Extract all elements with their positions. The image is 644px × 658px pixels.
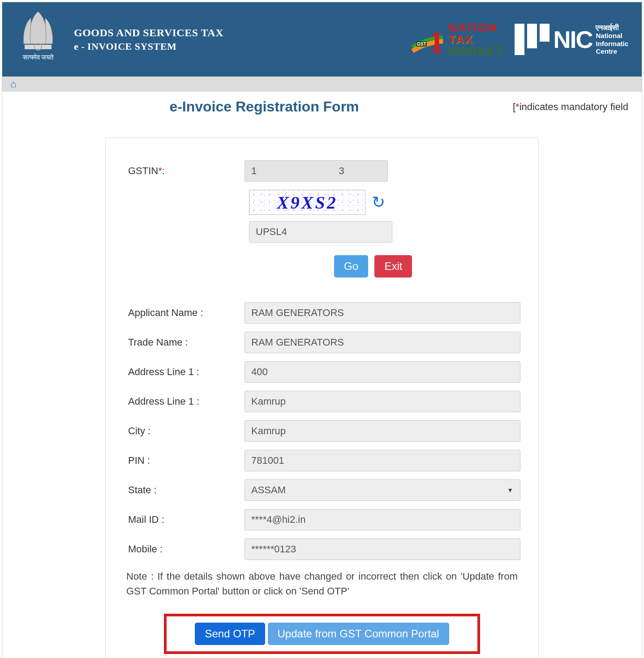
update-from-gst-button[interactable]: Update from GST Common Portal (268, 623, 449, 645)
ashoka-emblem-icon (20, 8, 56, 53)
title-bar: e-Invoice Registration Form [*indicates … (2, 92, 642, 115)
applicant-input[interactable] (245, 302, 520, 324)
row-applicant: Applicant Name : (124, 302, 520, 324)
gstin-input[interactable] (245, 160, 388, 182)
row-city: City : (124, 420, 520, 442)
row-captcha-image: X9XS2 ↻ (249, 190, 520, 215)
header-title: GOODS AND SERVICES TAX e - INVOICE SYSTE… (74, 26, 223, 53)
page-title: e-Invoice Registration Form (16, 98, 513, 115)
mandatory-star: * (515, 101, 519, 112)
row-captcha-input (249, 221, 520, 243)
nic-text-big: NIC (553, 26, 592, 53)
header-title-line2: e - INVOICE SYSTEM (74, 40, 223, 53)
nic-hindi: एनआईसी (596, 24, 628, 32)
row-go-exit: Go Exit (249, 255, 520, 278)
header-logos: 1 GST NATION TAX MARKET NIC (412, 21, 628, 57)
nic-en2: Informatic (596, 40, 628, 47)
ntm-nation: NATION (448, 22, 503, 34)
nic-bars-icon (515, 24, 550, 55)
nic-en3: Centre (596, 47, 628, 55)
note-text: Note : If the details shown above have c… (124, 569, 520, 598)
refresh-captcha-icon[interactable]: ↻ (372, 193, 385, 212)
svg-text:1: 1 (429, 25, 444, 57)
label-pin: PIN : (124, 455, 245, 466)
svg-text:GST: GST (417, 42, 426, 47)
city-input[interactable] (245, 420, 520, 442)
label-addr2: Address Line 1 : (124, 396, 245, 407)
row-addr1: Address Line 1 : (124, 361, 520, 383)
row-state: State : ▼ (124, 479, 520, 501)
mail-input[interactable] (245, 509, 520, 530)
go-button[interactable]: Go (334, 255, 368, 278)
pin-input[interactable] (245, 450, 520, 471)
label-trade: Trade Name : (124, 337, 245, 348)
label-gstin: GSTIN*: (124, 165, 245, 177)
state-select[interactable] (245, 479, 520, 501)
addr1-input[interactable] (245, 361, 520, 383)
action-highlight-box: Send OTP Update from GST Common Portal (164, 614, 480, 654)
mandatory-note: [*indicates mandatory field (513, 101, 628, 113)
nic-en1: National (596, 32, 628, 39)
label-mobile: Mobile : (124, 543, 245, 555)
trade-input[interactable] (245, 332, 520, 353)
row-gstin: GSTIN*: (124, 160, 520, 182)
label-addr1: Address Line 1 : (124, 366, 245, 378)
header: सत्यमेव जयते GOODS AND SERVICES TAX e - … (2, 2, 642, 77)
row-pin: PIN : (124, 450, 520, 471)
exit-button[interactable]: Exit (374, 255, 412, 278)
row-trade: Trade Name : (124, 332, 520, 353)
nic-logo: NIC एनआईसी National Informatic Centre (515, 24, 628, 55)
navbar: ⌂ (2, 77, 642, 92)
registration-panel: GSTIN*: X9XS2 ↻ Go Exit Applicant Name :… (105, 137, 539, 658)
ntm-tax: TAX (448, 34, 503, 45)
row-mail: Mail ID : (124, 509, 520, 530)
captcha-image: X9XS2 (249, 190, 365, 215)
mandatory-text: indicates mandatory field (519, 101, 628, 112)
label-city: City : (124, 425, 245, 437)
label-mail: Mail ID : (124, 514, 245, 526)
row-mobile: Mobile : (124, 538, 520, 560)
one-icon: 1 GST (412, 21, 447, 57)
national-emblem: सत्यमेव जयते (16, 8, 60, 71)
home-icon[interactable]: ⌂ (10, 78, 16, 90)
emblem-caption: सत्यमेव जयते (23, 54, 54, 61)
row-addr2: Address Line 1 : (124, 391, 520, 412)
captcha-input[interactable] (249, 221, 392, 243)
one-nation-tax-market-logo: 1 GST NATION TAX MARKET (412, 21, 503, 57)
send-otp-button[interactable]: Send OTP (195, 623, 265, 645)
label-state: State : (124, 484, 245, 496)
mobile-input[interactable] (245, 538, 520, 560)
header-title-line1: GOODS AND SERVICES TAX (74, 26, 223, 40)
ntm-market: MARKET (448, 45, 503, 57)
svg-rect-0 (25, 45, 52, 49)
label-applicant: Applicant Name : (124, 307, 245, 319)
addr2-input[interactable] (245, 391, 520, 412)
